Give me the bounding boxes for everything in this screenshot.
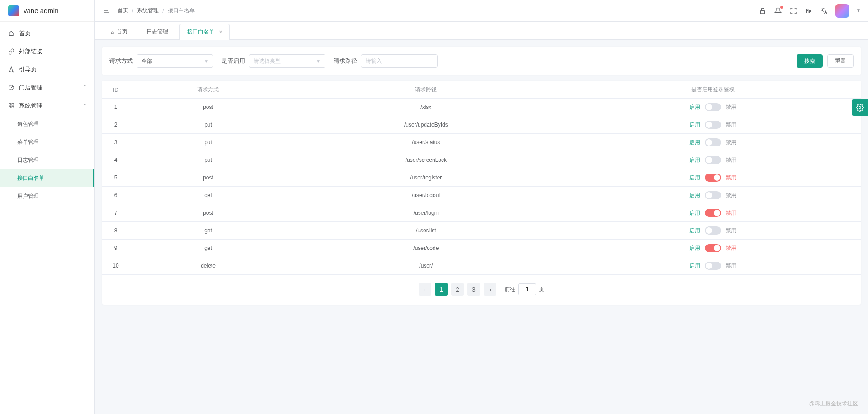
sidebar-subitem[interactable]: 接口白名单 [0, 169, 94, 187]
sidebar-item[interactable]: 引导页 [0, 61, 94, 79]
reset-button[interactable]: 重置 [827, 54, 854, 68]
breadcrumb-item[interactable]: 系统管理 [137, 7, 159, 14]
sidebar-subitem-label: 接口白名单 [17, 174, 44, 182]
table-row: 7 post /user/login 启用 禁用 [102, 204, 861, 222]
cell-path: /user/updateByIds [287, 116, 565, 134]
toggle-switch[interactable] [705, 262, 721, 270]
filter-enable-select[interactable]: 请选择类型 ▼ [249, 54, 326, 68]
toggle-switch[interactable] [705, 209, 721, 217]
toggle-on-label: 启用 [689, 192, 700, 199]
svg-rect-3 [12, 104, 14, 105]
avatar[interactable] [835, 4, 849, 18]
filter-path: 请求路径 [334, 54, 438, 68]
sidebar-item[interactable]: 系统管理˄ [0, 97, 94, 115]
chevron-down-icon: ▼ [204, 59, 208, 64]
home-icon [8, 30, 14, 37]
toggle-off-label: 禁用 [726, 174, 736, 182]
svg-point-10 [859, 107, 861, 109]
toggle-switch[interactable] [705, 226, 721, 235]
sidebar-subitem[interactable]: 用户管理 [0, 187, 94, 205]
tab[interactable]: 接口白名单× [179, 24, 230, 39]
app-title: vane admin [24, 7, 59, 14]
cell-id: 8 [102, 222, 129, 240]
sidebar-item[interactable]: 外部链接 [0, 42, 94, 61]
svg-rect-2 [9, 104, 11, 105]
table-row: 5 post /user/register 启用 禁用 [102, 169, 861, 187]
pagination-next[interactable]: › [484, 283, 496, 296]
font-size-icon[interactable] [805, 7, 813, 15]
breadcrumb-item: 接口白名单 [168, 7, 195, 14]
logo-bar: vane admin [0, 0, 94, 22]
sidebar-subitem[interactable]: 角色管理 [0, 115, 94, 133]
toggle-off-label: 禁用 [726, 209, 736, 217]
language-icon[interactable] [820, 7, 828, 15]
toggle-off-label: 禁用 [726, 227, 736, 235]
toggle-switch[interactable] [705, 191, 721, 199]
sidebar-item-label: 外部链接 [19, 47, 42, 56]
cell-id: 2 [102, 116, 129, 134]
toggle-off-label: 禁用 [726, 104, 736, 111]
cell-toggle: 启用 禁用 [565, 99, 861, 116]
filter-method-value: 全部 [142, 57, 152, 65]
sidebar-item[interactable]: 首页 [0, 24, 94, 42]
tab[interactable]: ⌂首页 [103, 24, 135, 39]
topbar-right: ▼ [759, 4, 861, 18]
fullscreen-icon[interactable] [789, 7, 797, 15]
pagination-jump-suffix: 页 [539, 286, 544, 293]
bell-icon[interactable] [774, 7, 782, 15]
toggle-switch[interactable] [705, 121, 721, 129]
toggle-on-label: 启用 [689, 209, 700, 217]
pagination-page[interactable]: 2 [451, 283, 464, 296]
search-button[interactable]: 搜索 [797, 54, 823, 68]
table-row: 10 delete /user/ 启用 禁用 [102, 257, 861, 275]
chevron-down-icon: ˅ [84, 85, 86, 91]
lock-icon[interactable] [759, 7, 767, 15]
toggle-switch[interactable] [705, 156, 721, 164]
toggle-switch[interactable] [705, 174, 721, 182]
table-panel: ID请求方式请求路径是否启用登录鉴权 1 post /xlsx 启用 禁用 2 … [102, 81, 861, 305]
breadcrumb-item[interactable]: 首页 [118, 7, 128, 14]
filter-path-input[interactable] [366, 58, 433, 64]
toggle-on-label: 启用 [689, 121, 700, 129]
cell-toggle: 启用 禁用 [565, 134, 861, 151]
toggle-off-label: 禁用 [726, 245, 736, 252]
filter-method-select[interactable]: 全部 ▼ [137, 54, 213, 68]
svg-rect-5 [12, 106, 14, 108]
settings-gear-button[interactable] [852, 99, 868, 116]
pagination-jump: 前往 页 [505, 283, 544, 295]
sidebar-subitem[interactable]: 日志管理 [0, 151, 94, 169]
filter-enable-label: 是否启用 [222, 57, 245, 65]
cell-toggle: 启用 禁用 [565, 187, 861, 204]
filter-path-input-wrap [361, 54, 438, 68]
toggle-switch[interactable] [705, 103, 721, 111]
tab[interactable]: 日志管理 [139, 24, 176, 39]
sidebar-collapse-button[interactable] [102, 6, 111, 15]
pagination-page[interactable]: 1 [435, 283, 448, 296]
sidebar-item-label: 引导页 [19, 66, 37, 74]
sidebar-subitem[interactable]: 菜单管理 [0, 133, 94, 151]
cell-toggle: 启用 禁用 [565, 204, 861, 222]
home-icon: ⌂ [111, 29, 114, 35]
cell-method: put [129, 151, 287, 169]
toggle-switch[interactable] [705, 138, 721, 146]
cell-id: 5 [102, 169, 129, 187]
avatar-dropdown-icon[interactable]: ▼ [856, 8, 861, 13]
toggle-on-label: 启用 [689, 156, 700, 164]
grid-icon [8, 103, 14, 109]
pagination-prev[interactable]: ‹ [419, 283, 431, 296]
sidebar-item[interactable]: 门店管理˅ [0, 79, 94, 97]
pagination-jump-input[interactable] [518, 283, 536, 295]
toggle-switch[interactable] [705, 244, 721, 252]
pagination-page[interactable]: 3 [467, 283, 480, 296]
table-header-cell: 请求路径 [287, 81, 565, 99]
toggle-on-label: 启用 [689, 104, 700, 111]
breadcrumb-separator: / [162, 8, 164, 14]
cell-method: get [129, 240, 287, 257]
toggle-off-label: 禁用 [726, 121, 736, 129]
close-icon[interactable]: × [219, 29, 222, 35]
sidebar-subitem-label: 角色管理 [17, 120, 39, 128]
cell-path: /user/status [287, 134, 565, 151]
cell-id: 10 [102, 257, 129, 275]
filter-enable-placeholder: 请选择类型 [254, 57, 281, 65]
toggle-on-label: 启用 [689, 139, 700, 146]
